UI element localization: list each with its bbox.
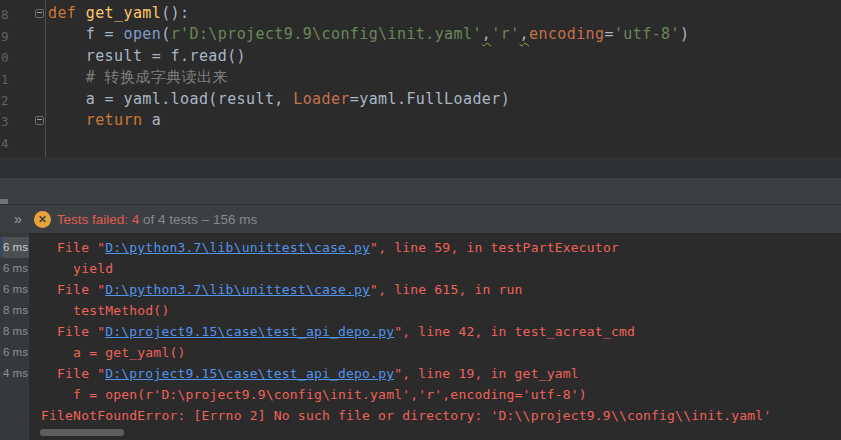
code-token — [76, 4, 85, 22]
code-token: 'utf-8' — [614, 25, 680, 43]
code-token: Loader — [293, 90, 350, 108]
console-text: File " — [41, 366, 105, 381]
run-panel-top-strip — [0, 177, 841, 205]
console-text: a = get_yaml() — [41, 345, 185, 360]
console-text: ", line 19, in get_yaml — [394, 366, 579, 381]
line-number: 8 — [1, 4, 12, 25]
console-output: File "D:\python3.7\lib\unittest\case.py"… — [0, 233, 771, 426]
code-token: def — [48, 4, 76, 22]
code-token — [48, 111, 86, 129]
console-text: File " — [41, 282, 105, 297]
stack-trace-link[interactable]: D:\python3.7\lib\unittest\case.py — [105, 240, 370, 255]
code-line[interactable]: f = open(r'D:\project9.9\config\init.yam… — [48, 24, 689, 45]
console-text: ", line 59, in testPartExecutor — [370, 240, 619, 255]
code-line[interactable]: # 转换成字典读出来 — [48, 67, 689, 88]
code-token: get_yaml — [86, 4, 161, 22]
code-token: r'D:\project9.9\config\init.yaml' — [171, 25, 482, 43]
fold-marker-icon[interactable] — [35, 9, 44, 18]
code-token: , — [482, 25, 491, 43]
line-number: 9 — [1, 26, 12, 47]
expand-traces-button[interactable]: » — [14, 211, 21, 227]
console-text: f = open(r'D:\project9.9\config\init.yam… — [41, 387, 587, 402]
stack-trace-link[interactable]: D:\python3.7\lib\unittest\case.py — [105, 282, 370, 297]
console-row: f = open(r'D:\project9.9\config\init.yam… — [41, 384, 771, 405]
tests-summary: of 4 tests – 156 ms — [139, 212, 257, 227]
console-row: File "D:\python3.7\lib\unittest\case.py"… — [41, 279, 771, 300]
run-status-toolbar: » ✕ Tests failed: 4 of 4 tests – 156 ms — [0, 204, 841, 233]
code-line[interactable]: a = yaml.load(result, Loader=yaml.FullLo… — [48, 89, 689, 110]
line-number: 4 — [1, 133, 12, 154]
console-row: File "D:\project9.15\case\test_api_depo.… — [41, 321, 771, 342]
code-line[interactable]: result = f.read() — [48, 46, 689, 67]
code-line[interactable] — [48, 131, 689, 152]
code-editor[interactable]: 78901234 def get_yaml(): f = open(r'D:\p… — [0, 0, 841, 157]
fold-marker-icon[interactable] — [35, 116, 44, 125]
editor-gutter-divider — [45, 0, 46, 157]
console-text: testMethod() — [41, 303, 169, 318]
code-line[interactable]: return a — [48, 110, 689, 131]
gutter-numbers: 78901234 — [1, 0, 12, 154]
tests-failed-status: Tests failed: 4 — [57, 212, 140, 227]
console-row: yield — [41, 258, 771, 279]
code-token: f = — [48, 25, 123, 43]
line-number: 3 — [1, 111, 12, 132]
line-number: 2 — [1, 90, 12, 111]
stack-trace-link[interactable]: D:\project9.15\case\test_api_depo.py — [105, 366, 394, 381]
code-token: ) — [680, 25, 689, 43]
code-token: result = f.read() — [48, 47, 246, 65]
code-token: (): — [161, 4, 189, 22]
console-row: a = get_yaml() — [41, 342, 771, 363]
console-text: ", line 42, in test_acreat_cmd — [394, 324, 635, 339]
code-token: a — [142, 111, 161, 129]
stack-trace-link[interactable]: D:\project9.15\case\test_api_depo.py — [105, 324, 394, 339]
code-token: encoding — [529, 25, 604, 43]
code-token: a = yaml.load(result, — [48, 90, 293, 108]
console-row: File "D:\python3.7\lib\unittest\case.py"… — [41, 237, 771, 258]
console-text: File " — [41, 324, 105, 339]
code-lines[interactable]: def get_yaml(): f = open(r'D:\project9.9… — [48, 0, 689, 153]
code-line[interactable]: def get_yaml(): — [48, 3, 689, 24]
code-token: , — [520, 25, 529, 43]
code-token: 'r' — [491, 25, 519, 43]
horizontal-scrollbar-thumb[interactable] — [40, 429, 124, 436]
console-text: FileNotFoundError: [Errno 2] No such fil… — [41, 408, 771, 423]
code-token: = — [604, 25, 613, 43]
console-row: testMethod() — [41, 300, 771, 321]
editor-bottom-band — [0, 157, 841, 177]
console-text: ", line 615, in run — [370, 282, 523, 297]
test-output-console[interactable]: 6 ms6 ms6 ms8 ms8 ms6 ms4 ms File "D:\py… — [0, 233, 841, 440]
line-number: 1 — [1, 69, 12, 90]
line-number: 0 — [1, 47, 12, 68]
console-row: FileNotFoundError: [Errno 2] No such fil… — [41, 405, 771, 426]
console-text: yield — [41, 261, 113, 276]
test-failed-x-icon: ✕ — [34, 211, 51, 228]
console-text: File " — [41, 240, 105, 255]
console-row: File "D:\project9.15\case\test_api_depo.… — [41, 363, 771, 384]
code-token: return — [86, 111, 143, 129]
code-token: =yaml.FullLoader) — [350, 90, 510, 108]
code-token: ( — [161, 25, 170, 43]
code-comment: # 转换成字典读出来 — [48, 68, 228, 86]
code-token: open — [123, 25, 161, 43]
